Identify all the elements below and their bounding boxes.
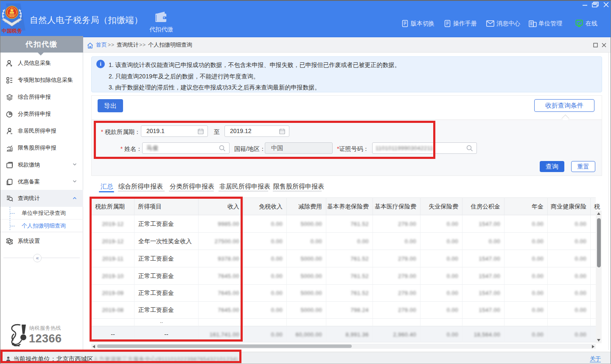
svg-text:中国税务: 中国税务	[2, 28, 22, 34]
